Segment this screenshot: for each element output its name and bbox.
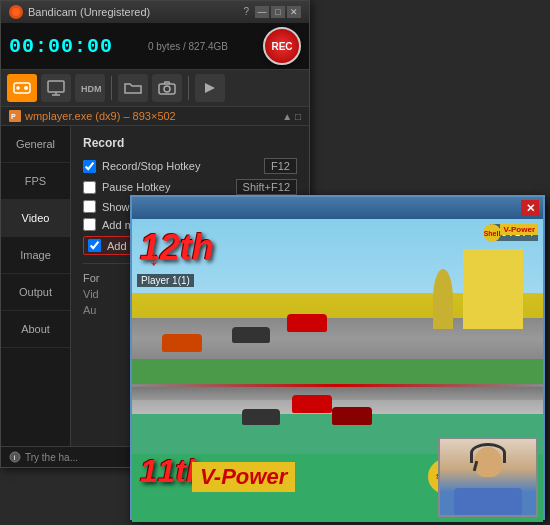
toolbar-record-icon[interactable]: [195, 74, 225, 102]
checkbox-pause[interactable]: [83, 181, 96, 194]
game-top-bg: 12th Player 1(1) 00:1:4 V-Power Shell: [132, 219, 543, 384]
option-pause-hotkey: Pause Hotkey Shift+F12: [83, 179, 297, 195]
hotkey-shift-f12: Shift+F12: [236, 179, 297, 195]
record-section-title: Record: [83, 136, 297, 150]
toolbar-folder-icon[interactable]: [118, 74, 148, 102]
svg-point-0: [12, 8, 20, 16]
title-controls: ? — □ ✕: [243, 6, 301, 18]
webcam-person: [440, 439, 536, 515]
svg-rect-5: [48, 81, 64, 92]
toolbar-game-icon[interactable]: [7, 74, 37, 102]
restore-button[interactable]: □: [271, 6, 285, 18]
toolbar-camera-icon[interactable]: [152, 74, 182, 102]
storage-info: 0 bytes / 827.4GB: [121, 41, 255, 52]
toolbar: HDMI: [1, 69, 309, 107]
car-red-2: [292, 395, 332, 413]
bottom-info-text: Try the ha...: [25, 452, 78, 463]
car-red-1: [287, 314, 327, 332]
sidebar-item-image[interactable]: Image: [1, 237, 70, 274]
preview-window: ✕: [130, 195, 545, 520]
source-icon: P: [9, 110, 21, 122]
hotkey-f12: F12: [264, 158, 297, 174]
timer-display: 00:00:00: [9, 35, 113, 58]
preview-close-button[interactable]: ✕: [521, 200, 539, 216]
svg-text:HDMI: HDMI: [81, 84, 101, 94]
source-collapse-icon[interactable]: ▲ □: [282, 111, 301, 122]
preview-title-bar: ✕: [132, 197, 543, 219]
svg-text:i: i: [14, 453, 16, 462]
webcam-overlay: [438, 437, 538, 517]
toolbar-screen-icon[interactable]: [41, 74, 71, 102]
top-bar: 00:00:00 0 bytes / 827.4GB REC: [1, 23, 309, 69]
vpower-sticker-top: V-Power: [500, 224, 538, 235]
grass-bg: [132, 359, 543, 384]
source-label: wmplayer.exe (dx9) – 893×502: [25, 110, 176, 122]
source-info: P wmplayer.exe (dx9) – 893×502: [9, 110, 176, 122]
help-icon: ?: [243, 6, 249, 18]
svg-text:P: P: [11, 113, 16, 120]
svg-point-2: [24, 86, 28, 90]
title-bar-left: Bandicam (Unregistered): [9, 5, 150, 19]
car-orange-1: [162, 334, 202, 352]
checkbox-show-mouse[interactable]: [83, 200, 96, 213]
sidebar: General FPS Video Image Output About: [1, 126, 71, 446]
shell-sticker-top: Shell: [483, 224, 501, 242]
title-bar: Bandicam (Unregistered) ? — □ ✕: [1, 1, 309, 23]
app-icon: [9, 5, 23, 19]
sidebar-item-video[interactable]: Video: [1, 200, 70, 237]
option-record-stop-hotkey: Record/Stop Hotkey F12: [83, 158, 297, 174]
minimize-button[interactable]: —: [255, 6, 269, 18]
car-dark-1: [232, 327, 270, 343]
app-title: Bandicam (Unregistered): [28, 6, 150, 18]
webcam-shirt: [454, 488, 521, 515]
toolbar-separator-1: [111, 76, 112, 100]
sidebar-item-about[interactable]: About: [1, 311, 70, 348]
toolbar-separator-2: [188, 76, 189, 100]
close-button[interactable]: ✕: [287, 6, 301, 18]
checkbox-record-stop[interactable]: [83, 160, 96, 173]
checkbox-mouse-click[interactable]: [83, 218, 96, 231]
svg-marker-11: [205, 83, 215, 93]
checkbox-webcam[interactable]: [88, 239, 101, 252]
sidebar-item-output[interactable]: Output: [1, 274, 70, 311]
game-top-scene: 12th Player 1(1) 00:1:4 V-Power Shell: [132, 219, 543, 384]
svg-point-10: [164, 86, 170, 92]
sidebar-item-general[interactable]: General: [1, 126, 70, 163]
source-bar: P wmplayer.exe (dx9) – 893×502 ▲ □: [1, 107, 309, 126]
sidebar-item-fps[interactable]: FPS: [1, 163, 70, 200]
car-dark-3: [242, 409, 280, 425]
game-screen: 12th Player 1(1) 00:1:4 V-Power Shell: [132, 219, 543, 522]
label-record-stop: Record/Stop Hotkey: [102, 160, 200, 172]
building-cylinder: [433, 269, 453, 329]
rec-button[interactable]: REC: [263, 27, 301, 65]
car-dark-2: [332, 407, 372, 425]
building-yellow: [463, 249, 523, 329]
player-label: Player 1(1): [137, 274, 194, 287]
info-icon: i: [9, 451, 21, 463]
toolbar-hdmi-icon[interactable]: HDMI: [75, 74, 105, 102]
label-pause: Pause Hotkey: [102, 181, 170, 193]
vpower-banner: V-Power: [192, 462, 295, 492]
webcam-head: [474, 447, 502, 477]
arrow-indicator: ↓: [148, 245, 160, 269]
